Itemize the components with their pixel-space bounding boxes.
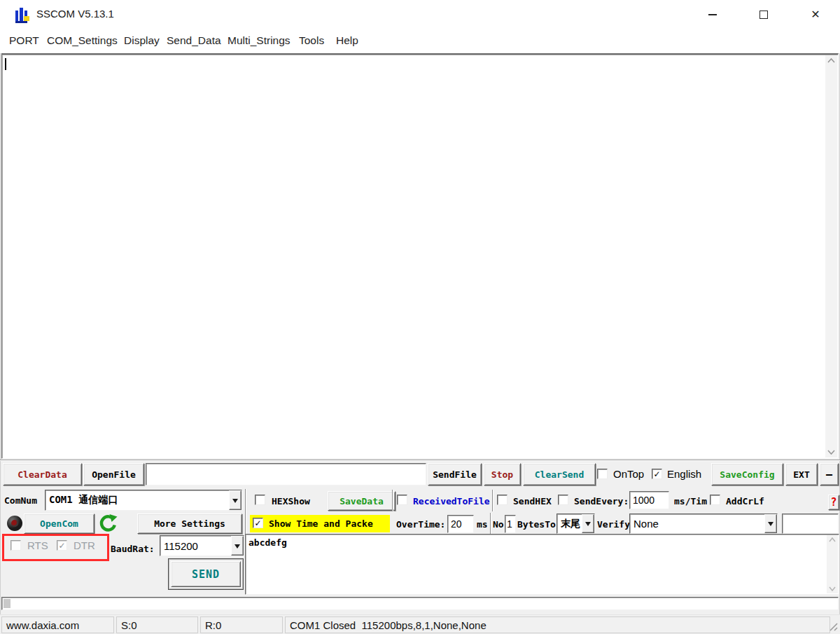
progress-chunk [4, 599, 10, 608]
add-crlf-label: AddCrLf [726, 496, 764, 506]
group-separator [490, 513, 491, 535]
send-text-area[interactable]: abcdefg [245, 534, 839, 595]
menu-help[interactable]: Help [336, 34, 358, 47]
app-icon[interactable] [14, 6, 32, 24]
ext-button[interactable]: EXT [785, 463, 818, 485]
show-time-checkbox[interactable]: ✓ [253, 518, 263, 528]
rts-label: RTS [27, 539, 48, 551]
close-icon: ✕ [811, 9, 820, 20]
add-crlf-checkbox[interactable] [710, 495, 720, 505]
panel-separator [245, 489, 246, 535]
dtr-label: DTR [74, 539, 95, 551]
file-path-input[interactable] [146, 463, 426, 485]
bytes-to-select[interactable]: 末尾 [556, 514, 595, 534]
scroll-up-icon[interactable] [827, 537, 838, 542]
resize-grip-icon[interactable] [829, 622, 838, 631]
send-file-button[interactable]: SendFile [428, 463, 482, 485]
sent-counter: S:0 [116, 616, 198, 633]
maximize-button[interactable] [748, 0, 780, 29]
close-button[interactable]: ✕ [799, 0, 832, 29]
progress-bar [1, 597, 839, 610]
no-input[interactable] [505, 515, 516, 533]
on-top-checkbox[interactable] [597, 469, 608, 479]
refresh-ports-button[interactable] [98, 514, 118, 533]
menu-multi-strings[interactable]: Multi_Strings [227, 34, 290, 47]
receive-scrollbar[interactable] [825, 55, 837, 457]
show-time-label: Show Time and Packe [269, 518, 373, 529]
on-top-label: OnTop [613, 468, 644, 480]
menu-port[interactable]: PORT [9, 34, 39, 47]
clear-send-button[interactable]: ClearSend [523, 463, 596, 485]
scroll-up-icon[interactable] [825, 58, 837, 63]
bytes-to-label: BytesTo [517, 519, 556, 530]
send-button[interactable]: SEND [168, 558, 244, 590]
menu-com-settings[interactable]: COM_Settings [47, 34, 118, 47]
collapse-panel-button[interactable]: — [820, 463, 839, 485]
received-counter: R:0 [200, 616, 283, 633]
minimize-icon [708, 14, 717, 15]
send-button-face: SEND [171, 561, 241, 587]
verify-extra-input[interactable] [782, 514, 839, 534]
verify-select[interactable]: None [629, 514, 778, 534]
dtr-checkbox[interactable]: ✓ [57, 540, 67, 551]
com-port-value: COM1 通信端口 [46, 490, 229, 510]
save-data-button[interactable]: SaveData [328, 491, 396, 511]
send-scrollbar[interactable] [827, 535, 838, 593]
minimize-button[interactable] [696, 0, 729, 29]
com-status-led [7, 516, 22, 531]
hex-show-checkbox[interactable] [255, 495, 265, 505]
open-file-button[interactable]: OpenFile [83, 463, 144, 485]
hex-show-label: HEXShow [272, 496, 310, 506]
com-port-select[interactable]: COM1 通信端口 [45, 490, 242, 511]
chevron-down-icon[interactable] [229, 490, 241, 510]
overtime-unit-label: ms [477, 519, 488, 530]
send-hex-checkbox[interactable] [497, 495, 507, 505]
panel-divider [0, 460, 840, 460]
window-title: SSCOM V5.13.1 [36, 8, 114, 20]
com-num-label: ComNum [4, 495, 37, 506]
send-hex-label: SendHEX [513, 496, 552, 506]
menu-tools[interactable]: Tools [299, 34, 324, 47]
led-core [11, 520, 18, 527]
receive-text-area[interactable] [1, 53, 839, 459]
received-to-file-checkbox[interactable] [397, 495, 407, 505]
send-every-label: SendEvery: [574, 496, 629, 506]
chevron-down-icon[interactable] [582, 514, 594, 533]
english-label: English [667, 468, 701, 480]
title-bar: SSCOM V5.13.1 ✕ [0, 0, 840, 29]
group-separator [492, 490, 493, 511]
scroll-down-icon[interactable] [825, 450, 837, 455]
verify-label: Verify [597, 519, 630, 530]
group-separator [392, 490, 393, 511]
interval-input[interactable] [629, 491, 669, 509]
scroll-down-icon[interactable] [827, 586, 838, 591]
save-config-button[interactable]: SaveConfig [711, 463, 783, 485]
received-to-file-label: ReceivedToFile [413, 496, 490, 506]
send-every-checkbox[interactable] [558, 495, 568, 505]
baud-rate-value: 115200 [160, 536, 231, 556]
baud-rate-select[interactable]: 115200 [160, 535, 244, 556]
website-link[interactable]: www.daxia.com [1, 616, 114, 633]
verify-value: None [630, 514, 764, 533]
overtime-label: OverTime: [396, 519, 445, 530]
dtr-checkmark: ✓ [58, 541, 65, 551]
more-settings-button[interactable]: More Settings [137, 514, 242, 534]
interval-unit-label: ms/Tim [674, 496, 707, 506]
english-checkbox[interactable]: ✓ [652, 469, 662, 479]
no-label: No [493, 519, 504, 530]
stop-button[interactable]: Stop [484, 463, 521, 485]
overtime-input[interactable] [447, 515, 474, 533]
rts-checkbox[interactable] [10, 540, 21, 551]
text-caret [5, 58, 6, 70]
menu-send-data[interactable]: Send_Data [167, 34, 221, 47]
menu-bar: PORT COM_Settings Display Send_Data Mult… [0, 29, 840, 53]
help-button[interactable]: ? [828, 495, 839, 510]
sscom-window: { "window": { "title": "SSCOM V5.13.1", … [0, 0, 840, 634]
send-content: abcdefg [248, 537, 287, 548]
chevron-down-icon[interactable] [231, 536, 244, 556]
bytes-to-value: 末尾 [557, 514, 582, 533]
menu-display[interactable]: Display [124, 34, 160, 47]
open-com-button[interactable]: OpenCom [24, 514, 94, 534]
chevron-down-icon[interactable] [764, 514, 777, 533]
clear-data-button[interactable]: ClearData [3, 463, 82, 485]
